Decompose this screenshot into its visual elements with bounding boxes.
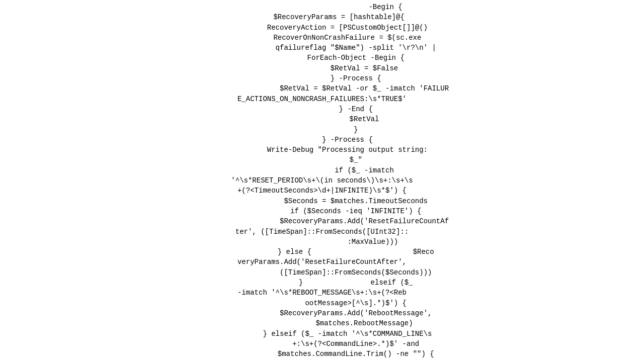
code-line: Write-Debug "Processing output string: [195,145,449,155]
code-line: +:\s+(?<CommandLine>.*)$' -and [195,339,449,349]
code-line: } else { $Reco [195,247,449,257]
code-line: $RecoveryParams.Add('ResetFailureCountAf [195,216,449,226]
code-line: $RetVal = $False [195,63,449,73]
code-line: qfailureflag "$Name") -split '\r?\n' | [195,43,449,53]
code-line: -imatch '^\s*REBOOT_MESSAGE\s+:\s+(?<Reb [195,288,449,298]
code-line: :MaxValue))) [195,237,449,247]
code-line: } [195,125,449,135]
code-line: RecoveryAction = [PSCustomObject[]]@() [195,23,449,33]
code-line: E_ACTIONS_ON_NONCRASH_FAILURES:\s*TRUE$' [195,94,449,104]
code-line: $matches.RebootMessage) [195,318,449,328]
code-line: '^\s*RESET_PERIOD\s+\(in seconds\)\s+:\s… [195,175,449,186]
code-line: } elseif ($_ [195,278,449,288]
code-line: -Begin { [195,2,449,12]
code-line: $RecoveryParams.Add('RebootMessage', [195,308,449,318]
code-line: ForEach-Object -Begin { [195,53,449,63]
code-line: } -Process { [195,73,449,83]
code-line: veryParams.Add('ResetFailureCountAfter', [195,257,449,267]
code-line: $RetVal = $RetVal -or $_ -imatch 'FAILUR [195,83,449,94]
code-line: $_" [195,155,449,165]
code-line: ootMessage>[^\s].*)$') { [195,298,449,308]
code-line: if ($Seconds -ieq 'INFINITE') { [195,206,449,216]
code-line: $RecoveryParams = [hashtable]@{ [195,12,449,22]
code-line: } -Process { [195,135,449,145]
code-line: $RetVal [195,114,449,124]
code-container: -Begin { $RecoveryParams = [hashtable]@{… [0,0,644,362]
code-line: +(?<TimeoutSeconds>\d+|INFINITE)\s*$') { [195,186,449,196]
code-line: ter', ([TimeSpan]::FromSeconds([UInt32]:… [195,227,449,237]
code-block: -Begin { $RecoveryParams = [hashtable]@{… [195,2,449,359]
code-line: } -End { [195,104,449,114]
code-line: } elseif ($_ -imatch '^\s*COMMAND_LINE\s [195,329,449,339]
code-line: $Seconds = $matches.TimeoutSeconds [195,196,449,206]
code-line: $matches.CommandLine.Trim() -ne "") { [195,349,449,359]
code-line: ([TimeSpan]::FromSeconds($Seconds))) [195,267,449,278]
code-line: if ($_ -imatch [195,165,449,175]
code-line: RecoverOnNonCrashFailure = $(sc.exe [195,33,449,43]
